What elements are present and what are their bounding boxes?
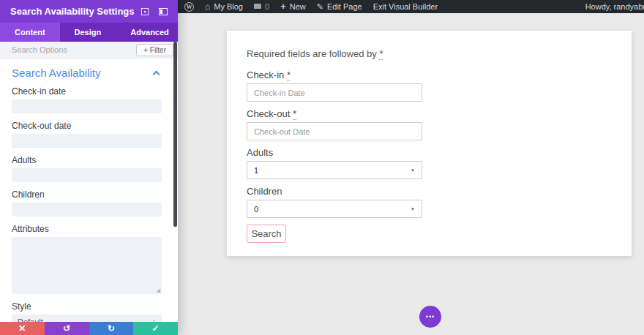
adults-setting-input[interactable]: [12, 168, 162, 182]
chevron-up-icon: [153, 70, 160, 78]
options-search-row: + Filter: [0, 42, 178, 59]
children-field: Children 0 ▼: [247, 186, 632, 218]
checkin-date-setting: Check-in date: [12, 86, 162, 113]
pencil-icon: ✎: [317, 2, 323, 12]
filter-button[interactable]: + Filter: [136, 44, 173, 56]
setting-label: Children: [12, 189, 162, 200]
resize-handle-icon[interactable]: ◢: [157, 287, 160, 293]
wordpress-menu[interactable]: W: [184, 2, 194, 12]
dock-panel-icon[interactable]: [159, 8, 168, 15]
edit-page-label: Edit Page: [327, 2, 362, 11]
redo-button[interactable]: ↻: [89, 322, 134, 335]
setting-label: Attributes: [12, 224, 162, 234]
dropdown-arrow-icon: ▼: [411, 168, 415, 173]
tab-design[interactable]: Design: [60, 23, 116, 42]
comment-icon: [254, 4, 261, 9]
tab-content[interactable]: Content: [0, 23, 60, 42]
required-note-text: Required fields are followed by: [247, 48, 379, 59]
required-asterisk: *: [287, 69, 291, 81]
setting-label: Check-out date: [12, 121, 162, 131]
panel-header: Search Availability Settings: [0, 0, 178, 23]
required-asterisk: *: [293, 108, 296, 120]
checkin-label: Check-in *: [247, 69, 632, 80]
tab-advanced[interactable]: Advanced: [116, 23, 184, 42]
undo-button[interactable]: ↺: [45, 322, 89, 335]
adults-setting: Adults: [12, 155, 162, 182]
children-label: Children: [247, 186, 632, 197]
checkout-date-setting: Check-out date: [12, 121, 162, 148]
new-label: New: [290, 2, 306, 11]
comments-link[interactable]: 0: [254, 2, 269, 11]
checkout-field: Check-out *: [247, 108, 632, 140]
checkin-date-input[interactable]: [247, 83, 422, 102]
attributes-setting-textarea[interactable]: ◢: [12, 237, 162, 294]
checkout-date-setting-input[interactable]: [12, 134, 162, 148]
panel-body: Search Availability Check-in date Check-…: [0, 59, 178, 335]
expand-modal-icon[interactable]: [141, 8, 149, 15]
exit-visual-builder-label: Exit Visual Builder: [373, 2, 438, 11]
children-setting: Children: [12, 189, 162, 217]
checkout-label: Check-out *: [247, 108, 632, 119]
checkout-label-text: Check-out: [247, 108, 290, 119]
setting-label: Adults: [12, 155, 162, 165]
howdy-account-link[interactable]: Howdy, randyabr: [585, 2, 644, 11]
page-settings-fab-button[interactable]: •••: [419, 306, 441, 328]
panel-title: Search Availability Settings: [10, 6, 135, 17]
dropdown-arrow-icon: ▼: [411, 207, 415, 211]
site-name-link[interactable]: ⌂ My Blog: [205, 2, 243, 11]
wordpress-logo-icon: W: [184, 2, 194, 12]
adults-select[interactable]: 1 ▼: [247, 161, 422, 179]
attributes-setting: Attributes ◢: [12, 224, 162, 294]
edit-page-link[interactable]: ✎ Edit Page: [317, 2, 362, 12]
discard-button[interactable]: ✕: [0, 322, 45, 335]
checkin-field: Check-in *: [247, 69, 632, 102]
search-availability-settings-panel: Search Availability Settings Content Des…: [0, 0, 178, 335]
section-toggle-row[interactable]: Search Availability: [12, 66, 162, 79]
setting-label: Check-in date: [12, 86, 162, 97]
redo-icon: ↻: [108, 322, 115, 335]
home-icon: ⌂: [205, 3, 210, 10]
adults-label: Adults: [247, 147, 632, 158]
undo-icon: ↺: [63, 322, 70, 335]
required-asterisk: *: [379, 48, 383, 60]
search-options-input[interactable]: [12, 45, 114, 54]
children-select[interactable]: 0 ▼: [247, 200, 422, 218]
new-content-link[interactable]: + New: [280, 2, 306, 11]
adults-field: Adults 1 ▼: [247, 147, 632, 179]
close-icon: ✕: [18, 322, 26, 335]
setting-label: Style: [12, 301, 162, 312]
panel-tabs: Content Design Advanced: [0, 23, 178, 42]
checkin-date-setting-input[interactable]: [12, 99, 162, 113]
checkin-label-text: Check-in: [247, 69, 284, 80]
search-availability-form-preview: Required fields are followed by * Check-…: [227, 31, 632, 256]
ellipsis-icon: •••: [426, 313, 435, 320]
required-fields-note: Required fields are followed by *: [247, 48, 632, 59]
checkout-date-input[interactable]: [247, 122, 422, 140]
adults-select-value: 1: [254, 166, 258, 175]
section-title: Search Availability: [12, 67, 100, 79]
save-button[interactable]: ✓: [133, 322, 178, 335]
panel-scrollbar[interactable]: [173, 42, 177, 227]
check-icon: ✓: [152, 322, 160, 335]
search-button[interactable]: Search: [247, 225, 286, 243]
children-select-value: 0: [254, 205, 258, 214]
panel-footer: ✕ ↺ ↻ ✓: [0, 322, 178, 335]
comment-count: 0: [265, 2, 269, 11]
children-setting-input[interactable]: [12, 203, 162, 217]
plus-icon: +: [280, 3, 286, 10]
site-name-label: My Blog: [214, 2, 243, 11]
exit-visual-builder-link[interactable]: Exit Visual Builder: [373, 2, 438, 11]
